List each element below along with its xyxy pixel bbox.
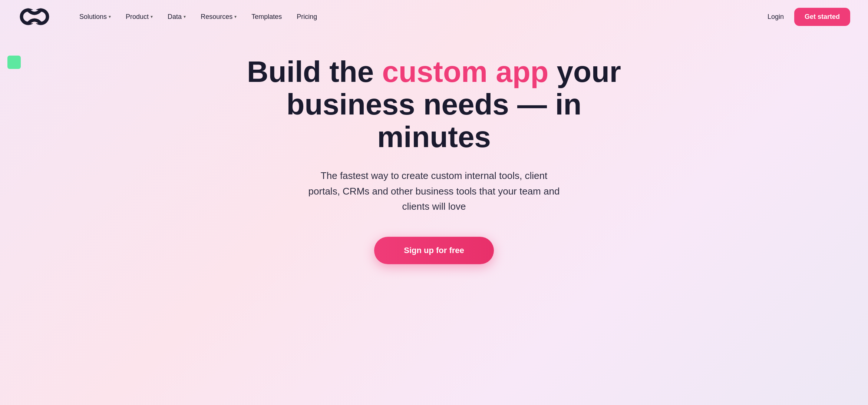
nav-item-solutions[interactable]: Solutions ▾: [73, 10, 117, 24]
nav-right: Login Get started: [760, 8, 850, 26]
nav-item-templates[interactable]: Templates: [245, 10, 288, 24]
hero-subtitle: The fastest way to create custom interna…: [308, 168, 560, 215]
login-button[interactable]: Login: [760, 9, 791, 24]
resources-label: Resources: [201, 13, 232, 21]
nav-item-product[interactable]: Product ▾: [120, 10, 159, 24]
product-label: Product: [126, 13, 149, 21]
navigation: Solutions ▾ Product ▾ Data ▾ Resources ▾…: [0, 0, 868, 33]
nav-links: Solutions ▾ Product ▾ Data ▾ Resources ▾…: [73, 10, 760, 24]
data-chevron-icon: ▾: [184, 14, 186, 19]
pricing-label: Pricing: [297, 13, 317, 21]
hero-section: Build the custom app your business needs…: [0, 33, 868, 294]
resources-chevron-icon: ▾: [234, 14, 237, 19]
hero-title-highlight: custom app: [382, 55, 548, 88]
hero-title-part1: Build the: [247, 55, 382, 88]
nav-item-pricing[interactable]: Pricing: [291, 10, 323, 24]
logo[interactable]: [18, 6, 51, 28]
templates-label: Templates: [251, 13, 282, 21]
hero-title: Build the custom app your business needs…: [230, 56, 638, 153]
nav-item-resources[interactable]: Resources ▾: [195, 10, 242, 24]
data-label: Data: [168, 13, 182, 21]
signup-button[interactable]: Sign up for free: [374, 237, 494, 264]
product-chevron-icon: ▾: [151, 14, 153, 19]
solutions-chevron-icon: ▾: [109, 14, 111, 19]
solutions-label: Solutions: [79, 13, 107, 21]
nav-item-data[interactable]: Data ▾: [162, 10, 192, 24]
get-started-button[interactable]: Get started: [794, 8, 850, 26]
green-square-decoration: [7, 56, 21, 69]
